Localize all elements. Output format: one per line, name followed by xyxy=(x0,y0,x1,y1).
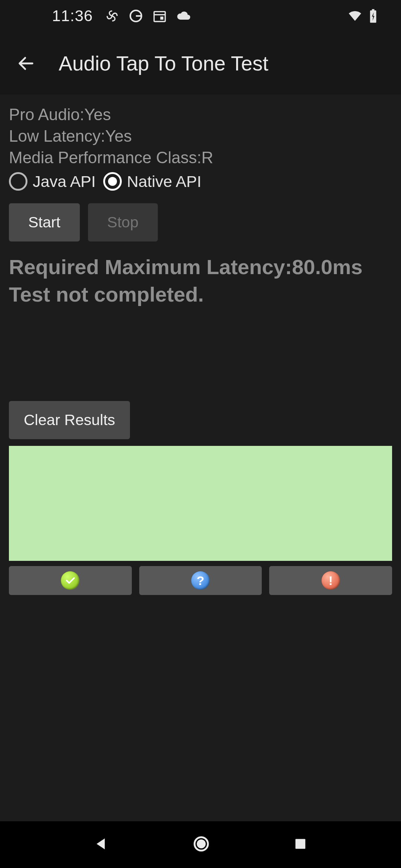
help-button[interactable]: ? xyxy=(139,566,262,595)
wifi-icon xyxy=(348,9,362,23)
circle-icon xyxy=(192,835,210,853)
battery-charging-icon xyxy=(368,9,379,23)
exclamation-circle-icon: ! xyxy=(322,571,340,590)
content-area: Pro Audio:Yes Low Latency:Yes Media Perf… xyxy=(0,95,401,837)
radio-off-icon xyxy=(9,172,27,191)
back-button[interactable] xyxy=(8,46,44,81)
start-button[interactable]: Start xyxy=(9,203,80,241)
status-text: Required Maximum Latency:80.0ms Test not… xyxy=(9,253,392,308)
api-radio-group: Java API Native API xyxy=(9,172,392,191)
page-title: Audio Tap To Tone Test xyxy=(59,52,268,75)
radio-java-api[interactable]: Java API xyxy=(9,172,96,191)
nav-back-button[interactable] xyxy=(93,836,110,854)
result-button-row: ? ! xyxy=(9,566,392,595)
svg-rect-1 xyxy=(154,11,165,22)
arrow-left-icon xyxy=(16,54,36,73)
system-nav-bar xyxy=(0,821,401,868)
square-icon xyxy=(293,836,308,851)
calendar-icon xyxy=(152,9,167,23)
svg-rect-3 xyxy=(160,17,163,20)
radio-on-icon xyxy=(103,172,122,191)
status-line-2: Test not completed. xyxy=(9,281,392,308)
google-icon xyxy=(128,9,143,23)
pass-button[interactable] xyxy=(9,566,132,595)
svg-rect-5 xyxy=(372,9,375,11)
info-pro-audio: Pro Audio:Yes xyxy=(9,104,392,125)
clear-results-button[interactable]: Clear Results xyxy=(9,401,130,439)
pinwheel-icon xyxy=(105,9,120,23)
radio-native-api[interactable]: Native API xyxy=(103,172,202,191)
status-bar: 11:36 xyxy=(0,0,401,32)
status-time: 11:36 xyxy=(52,7,93,25)
question-circle-icon: ? xyxy=(191,571,210,590)
svg-point-7 xyxy=(197,839,206,848)
info-media-perf-class: Media Performance Class:R xyxy=(9,147,392,168)
app-bar: Audio Tap To Tone Test xyxy=(0,32,401,95)
stop-button[interactable]: Stop xyxy=(88,203,158,241)
cloud-icon xyxy=(176,9,191,23)
svg-rect-8 xyxy=(295,839,305,849)
nav-recent-button[interactable] xyxy=(293,836,308,853)
fail-button[interactable]: ! xyxy=(269,566,392,595)
status-line-1: Required Maximum Latency:80.0ms xyxy=(9,253,392,281)
nav-home-button[interactable] xyxy=(192,835,210,854)
check-circle-icon xyxy=(61,571,79,590)
triangle-left-icon xyxy=(93,836,110,852)
radio-java-label: Java API xyxy=(33,172,96,191)
tap-area[interactable] xyxy=(9,446,392,561)
info-low-latency: Low Latency:Yes xyxy=(9,125,392,147)
radio-native-label: Native API xyxy=(127,172,202,191)
